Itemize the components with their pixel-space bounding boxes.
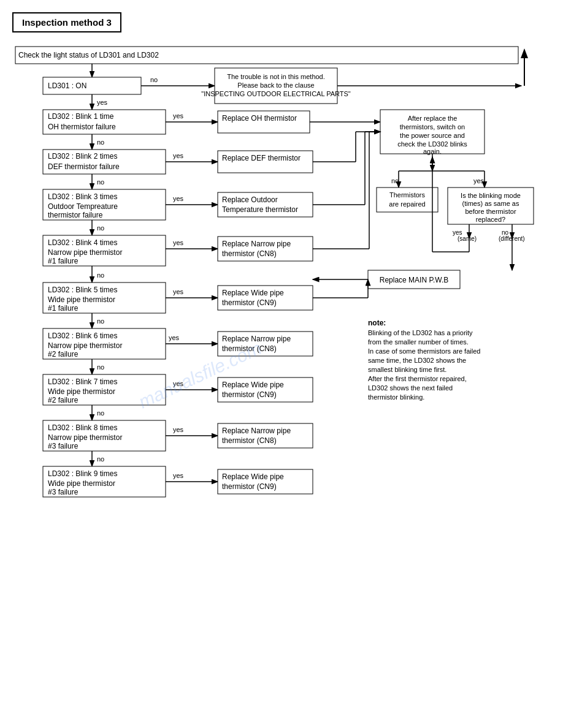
svg-text:After replace the: After replace the [408,115,458,122]
svg-text:In case of some thermistors ar: In case of some thermistors are failed [368,347,480,355]
svg-text:Outdoor Tempreature: Outdoor Tempreature [48,202,118,211]
svg-text:#2 failure: #2 failure [48,350,79,358]
svg-text:no: no [97,363,104,371]
svg-text:thermistor (CN9): thermistor (CN9) [222,482,277,491]
svg-text:before thermistor: before thermistor [465,208,516,215]
svg-text:thermistor (CN8): thermistor (CN8) [222,436,277,445]
svg-text:yes: yes [173,426,184,433]
svg-text:thermistor (CN9): thermistor (CN9) [222,390,277,399]
flowchart-svg: Check the light status of LD301 and LD30… [12,44,546,718]
svg-text:(same): (same) [458,235,477,242]
svg-text:from the smaller number of tim: from the smaller number of times. [368,338,469,346]
svg-text:Narrow pipe thermistor: Narrow pipe thermistor [48,433,122,442]
svg-text:Replace Wide pipe: Replace Wide pipe [222,381,284,389]
svg-text:smallest blinking time first.: smallest blinking time first. [368,366,446,373]
svg-text:LD302 : Blink 2 times: LD302 : Blink 2 times [48,152,117,161]
svg-text:Blinking of the LD302 has a pr: Blinking of the LD302 has a priority [368,329,473,336]
svg-text:same time, the LD302 shows the: same time, the LD302 shows the [368,357,466,364]
svg-text:Check the light status of LD30: Check the light status of LD301 and LD30… [18,51,159,59]
svg-text:Replace Wide pipe: Replace Wide pipe [222,289,284,297]
svg-text:LD302 : Blink 3 times: LD302 : Blink 3 times [48,192,117,201]
svg-text:are repaired: are repaired [389,200,425,208]
svg-text:#3 failure: #3 failure [48,442,79,450]
svg-text:LD302 : Blink 1 time: LD302 : Blink 1 time [48,112,114,121]
flowchart-wrapper: Check the light status of LD301 and LD30… [12,44,546,719]
svg-text:LD302 shows the next failed: LD302 shows the next failed [368,384,453,392]
svg-text:#1 failure: #1 failure [48,304,79,313]
svg-text:Replace Narrow pipe: Replace Narrow pipe [222,427,291,435]
svg-text:Please back to the clause: Please back to the clause [237,82,314,89]
svg-text:#3 failure: #3 failure [48,488,79,496]
svg-text:LD302 : Blink 5 times: LD302 : Blink 5 times [48,286,117,294]
svg-text:Wide pipe thermistor: Wide pipe thermistor [48,387,115,396]
svg-text:yes: yes [173,239,184,246]
page-title: Inspection method 3 [12,12,121,32]
svg-text:Thermistors: Thermistors [389,191,426,199]
svg-text:"INSPECTING OUTDOOR ELECTRICAL: "INSPECTING OUTDOOR ELECTRICAL PARTS" [201,90,351,97]
svg-text:no: no [97,455,104,463]
svg-text:#1 failure: #1 failure [48,257,79,265]
svg-text:DEF thermistor failure: DEF thermistor failure [48,162,120,171]
svg-text:Wide pipe thermistor: Wide pipe thermistor [48,479,115,488]
svg-text:no: no [97,178,104,186]
svg-text:Narrow pipe thermistor: Narrow pipe thermistor [48,341,122,350]
svg-text:Replace MAIN P.W.B: Replace MAIN P.W.B [380,276,449,284]
svg-text:#2 failure: #2 failure [48,396,79,404]
svg-text:thermistor (CN8): thermistor (CN8) [222,249,277,258]
svg-text:yes: yes [97,99,108,106]
svg-text:no: no [391,177,399,184]
svg-text:OH thermistor failure: OH thermistor failure [48,123,116,131]
svg-text:no: no [97,224,104,232]
svg-text:Replace Wide pipe: Replace Wide pipe [222,472,284,481]
svg-text:note:: note: [368,319,386,327]
svg-text:Narrow pipe thermistor: Narrow pipe thermistor [48,248,122,257]
svg-text:the power source and: the power source and [400,132,465,139]
svg-text:yes: yes [173,112,184,119]
svg-text:LD302 : Blink 6 times: LD302 : Blink 6 times [48,332,117,340]
svg-text:LD301 : ON: LD301 : ON [48,82,86,90]
page-container: Inspection method 3 Check the light stat… [0,0,563,728]
svg-text:LD302 : Blink 7 times: LD302 : Blink 7 times [48,377,117,386]
svg-text:thermistor blinking.: thermistor blinking. [368,393,424,401]
svg-text:Replace DEF thermistor: Replace DEF thermistor [222,154,301,162]
svg-text:yes: yes [173,472,184,479]
svg-text:replaced?: replaced? [476,216,505,223]
svg-text:LD302 : Blink 8 times: LD302 : Blink 8 times [48,423,117,432]
svg-text:yes: yes [169,334,180,341]
svg-text:Replace Narrow pipe: Replace Narrow pipe [222,240,291,248]
svg-text:no: no [97,409,104,417]
svg-text:(times) as same as: (times) as same as [462,200,519,207]
svg-text:thermistor failure: thermistor failure [48,211,103,219]
svg-text:Replace OH thermistor: Replace OH thermistor [222,114,297,123]
svg-text:no: no [97,271,104,279]
svg-text:no: no [97,317,104,325]
svg-text:Is the blinking mode: Is the blinking mode [461,192,521,199]
svg-text:Replace Outdoor: Replace Outdoor [222,195,278,204]
svg-text:LD302 : Blink 4 times: LD302 : Blink 4 times [48,238,117,247]
svg-text:The trouble is not in this met: The trouble is not in this method. [227,73,325,80]
svg-text:yes: yes [173,195,184,202]
svg-text:yes: yes [173,152,184,159]
svg-text:Wide pipe thermistor: Wide pipe thermistor [48,295,115,304]
svg-text:Temperature thermistor: Temperature thermistor [222,205,298,214]
svg-text:thermistors, switch on: thermistors, switch on [400,123,465,131]
svg-text:no: no [150,76,158,83]
svg-text:thermistor (CN9): thermistor (CN9) [222,298,277,307]
svg-text:check the LD302 blinks: check the LD302 blinks [397,140,467,148]
svg-text:LD302 : Blink 9 times: LD302 : Blink 9 times [48,469,117,478]
svg-text:yes: yes [473,177,484,184]
svg-text:no: no [97,138,104,146]
svg-text:yes: yes [173,288,184,295]
svg-text:After the first thermistor rep: After the first thermistor repaired, [368,375,467,382]
